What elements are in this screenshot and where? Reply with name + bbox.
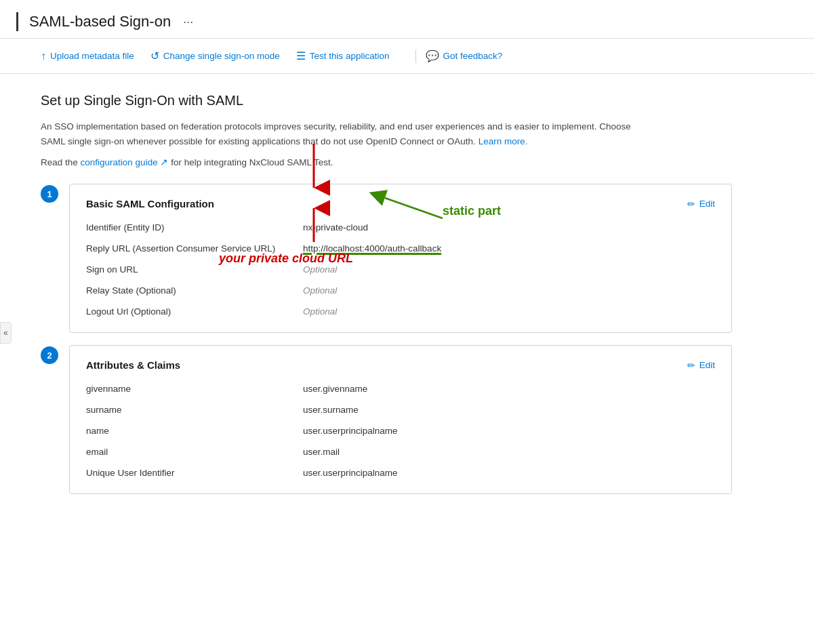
field-value-unique-user: user.userprincipalname [303,466,715,480]
field-label-unique-user: Unique User Identifier [86,466,303,480]
change-mode-label: Change single sign-on mode [163,51,280,61]
field-value-sign-on-url: Optional [303,262,715,277]
field-value-givenname: user.givenname [303,382,715,396]
step1-card-header: Basic SAML Configuration ✏ Edit [86,198,715,209]
upload-metadata-label: Upload metadata file [50,51,134,61]
config-guide-link[interactable]: configuration guide ↗ [81,157,169,167]
collapse-icon: « [3,328,8,338]
field-label-relay-state: Relay State (Optional) [86,283,303,298]
step2-edit-pencil-icon: ✏ [687,360,695,371]
config-guide-prefix: Read the [41,157,78,167]
description-text: An SSO implementation based on federatio… [41,121,631,146]
test-icon: ☰ [296,49,306,62]
page-title-bar: SAML-based Sign-on ··· [16,12,193,31]
field-label-surname: surname [86,403,303,417]
test-application-btn[interactable]: ☰ Test this application [296,45,399,66]
page-header: SAML-based Sign-on ··· [0,0,814,39]
more-options-icon[interactable]: ··· [183,15,193,29]
feedback-btn[interactable]: 💬 Got feedback? [426,45,512,66]
field-value-name: user.userprincipalname [303,424,715,438]
field-label-reply-url: Reply URL (Assertion Consumer Service UR… [86,241,303,256]
toolbar: ↑ Upload metadata file ↺ Change single s… [0,39,814,74]
edit-pencil-icon: ✏ [687,199,695,209]
step2-card: Attributes & Claims ✏ Edit givenname use… [69,345,732,494]
field-value-email: user.mail [303,445,715,459]
step1-card: Basic SAML Configuration ✏ Edit Identifi… [69,184,732,333]
field-label-entity-id: Identifier (Entity ID) [86,220,303,235]
step2-fields: givenname user.givenname surname user.su… [86,382,715,480]
field-label-sign-on-url: Sign on URL [86,262,303,277]
field-value-logout-url: Optional [303,304,715,319]
title-bar-accent [16,12,18,31]
step2-card-header: Attributes & Claims ✏ Edit [86,359,715,371]
field-label-givenname: givenname [86,382,303,396]
change-mode-btn[interactable]: ↺ Change single sign-on mode [150,45,289,66]
sidebar-collapse-btn[interactable]: « [0,322,12,344]
feedback-label: Got feedback? [443,51,503,61]
toolbar-divider [415,49,416,63]
step2-card-title: Attributes & Claims [86,359,180,371]
step1-edit-label: Edit [699,199,715,209]
step1-fields: Identifier (Entity ID) nx-private-cloud … [86,220,715,319]
config-guide-line: Read the configuration guide ↗ for help … [41,157,732,167]
main-content: Set up Single Sign-On with SAML An SSO i… [0,74,773,513]
field-value-relay-state: Optional [303,283,715,298]
step1-row: 1 Basic SAML Configuration ✏ Edit Identi… [41,184,732,333]
step1-card-title: Basic SAML Configuration [86,198,214,209]
step2-badge: 2 [41,346,58,364]
steps-container: 1 Basic SAML Configuration ✏ Edit Identi… [41,184,732,494]
step2-edit-btn[interactable]: ✏ Edit [687,360,715,371]
change-mode-icon: ↺ [150,49,159,62]
field-label-name: name [86,424,303,438]
step1-edit-btn[interactable]: ✏ Edit [687,199,715,209]
step2-row: 2 Attributes & Claims ✏ Edit givenname u… [41,345,732,494]
feedback-icon: 💬 [426,49,439,62]
step2-edit-label: Edit [699,360,715,370]
upload-icon: ↑ [41,50,46,62]
upload-metadata-btn[interactable]: ↑ Upload metadata file [41,46,144,66]
field-value-reply-url: http://localhost:4000/auth-callback [303,241,715,256]
field-label-logout-url: Logout Url (Optional) [86,304,303,319]
section-title: Set up Single Sign-On with SAML [41,93,732,108]
config-guide-suffix: for help integrating NxCloud SAML Test. [171,157,333,167]
test-application-label: Test this application [310,51,390,61]
page-title: SAML-based Sign-on [29,13,171,31]
step1-badge: 1 [41,185,58,203]
field-label-email: email [86,445,303,459]
field-value-entity-id: nx-private-cloud [303,220,715,235]
learn-more-link[interactable]: Learn more. [479,136,528,146]
description: An SSO implementation based on federatio… [41,119,651,148]
field-value-surname: user.surname [303,403,715,417]
